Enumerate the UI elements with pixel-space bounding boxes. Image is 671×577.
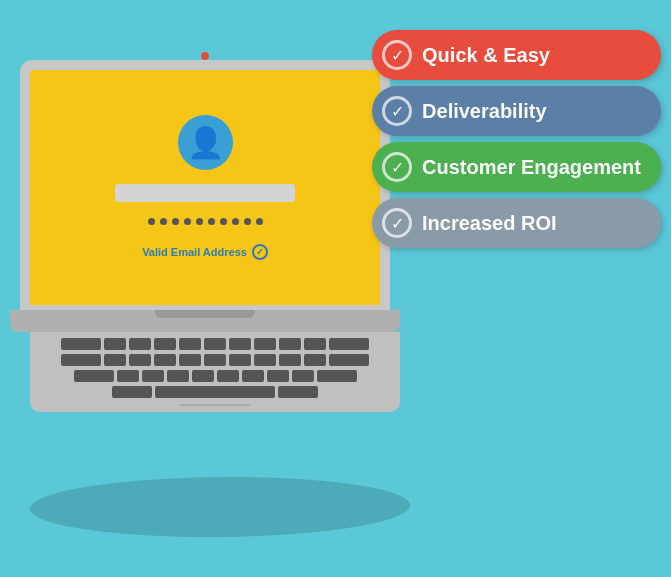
password-dot	[232, 218, 239, 225]
key	[229, 354, 251, 366]
key	[242, 370, 264, 382]
key	[279, 354, 301, 366]
avatar: 👤	[178, 115, 233, 170]
key	[229, 338, 251, 350]
camera-dot	[201, 52, 209, 60]
password-dot	[244, 218, 251, 225]
laptop-screen: 👤 Valid Email Address ✓	[30, 70, 380, 305]
password-dot	[184, 218, 191, 225]
key	[317, 370, 357, 382]
trackpad	[180, 404, 250, 406]
valid-email-text: Valid Email Address	[142, 246, 247, 258]
laptop-screen-outer: 👤 Valid Email Address ✓	[20, 60, 390, 310]
keyboard-row-spacebar	[40, 386, 390, 398]
key	[278, 386, 318, 398]
key	[104, 338, 126, 350]
password-dot	[256, 218, 263, 225]
key	[267, 370, 289, 382]
key	[179, 354, 201, 366]
key	[304, 338, 326, 350]
key	[304, 354, 326, 366]
check-icon-deliverability: ✓	[382, 96, 412, 126]
feature-label-increased-roi: Increased ROI	[422, 212, 557, 235]
keyboard-row-1	[40, 338, 390, 350]
key	[167, 370, 189, 382]
key	[329, 338, 369, 350]
password-field	[115, 212, 295, 230]
key	[129, 338, 151, 350]
check-icon-increased-roi: ✓	[382, 208, 412, 238]
key	[292, 370, 314, 382]
key	[117, 370, 139, 382]
key	[154, 338, 176, 350]
username-field	[115, 184, 295, 202]
password-dot	[196, 218, 203, 225]
password-dot	[148, 218, 155, 225]
key	[154, 354, 176, 366]
password-dot	[160, 218, 167, 225]
user-icon: 👤	[187, 128, 224, 158]
key	[192, 370, 214, 382]
key	[74, 370, 114, 382]
key	[217, 370, 239, 382]
valid-email-check-icon: ✓	[252, 244, 268, 260]
feature-label-quick-easy: Quick & Easy	[422, 44, 550, 67]
feature-item-deliverability: ✓ Deliverability	[372, 86, 661, 136]
laptop-base	[10, 310, 400, 332]
key	[254, 354, 276, 366]
feature-label-customer-engagement: Customer Engagement	[422, 156, 641, 179]
key	[279, 338, 301, 350]
key	[112, 386, 152, 398]
feature-item-increased-roi: ✓ Increased ROI	[372, 198, 661, 248]
feature-label-deliverability: Deliverability	[422, 100, 547, 123]
spacebar-key	[155, 386, 275, 398]
key	[179, 338, 201, 350]
key	[61, 338, 101, 350]
key	[329, 354, 369, 366]
keyboard-row-2	[40, 354, 390, 366]
check-icon-quick-easy: ✓	[382, 40, 412, 70]
key	[204, 338, 226, 350]
key	[204, 354, 226, 366]
password-dot	[208, 218, 215, 225]
laptop: 👤 Valid Email Address ✓	[20, 60, 400, 412]
password-dot	[172, 218, 179, 225]
password-dot	[220, 218, 227, 225]
key	[129, 354, 151, 366]
keyboard	[30, 332, 400, 412]
keyboard-row-3	[40, 370, 390, 382]
laptop-notch	[155, 310, 255, 318]
key	[142, 370, 164, 382]
laptop-shadow	[19, 477, 421, 537]
feature-list: ✓ Quick & Easy ✓ Deliverability ✓ Custom…	[372, 30, 661, 248]
valid-email-label: Valid Email Address ✓	[142, 244, 268, 260]
feature-item-quick-easy: ✓ Quick & Easy	[372, 30, 661, 80]
check-icon-customer-engagement: ✓	[382, 152, 412, 182]
feature-item-customer-engagement: ✓ Customer Engagement	[372, 142, 661, 192]
key	[61, 354, 101, 366]
key	[104, 354, 126, 366]
key	[254, 338, 276, 350]
